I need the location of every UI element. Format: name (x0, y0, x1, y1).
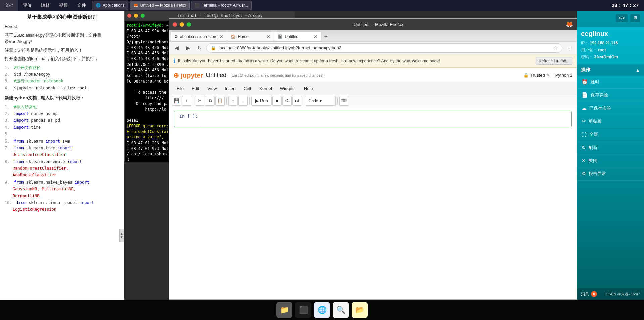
action-report-label: 报告异常 (589, 171, 606, 177)
step-4: 4. $jupyter-notebook --allow-root (5, 85, 119, 91)
jupyter-toolbar: 💾 + ✂ ⧉ 📋 ↑ ↓ ▶ Run ■ ↺ ⏭ Code ▾ ⌨ (169, 94, 577, 107)
move-down-btn[interactable]: ↓ (238, 96, 248, 106)
tab-home[interactable]: 🏠 Home ✕ (227, 31, 274, 41)
jupyter-menu-insert[interactable]: Insert (221, 85, 239, 92)
right-panel: </> 🖥 ecglinux IP： 192.168.21.116 用户名： r… (577, 11, 644, 300)
dock-terminal[interactable]: ⬛ (295, 302, 311, 318)
code-line-8: 8. from sklearn.ensemble import (5, 158, 119, 165)
bookmark-icon[interactable]: ☆ (553, 45, 558, 51)
firefox-label: Untitled — Mozilla Firefox (140, 3, 186, 8)
action-saved-experiments[interactable]: ☁ 已保存实验 (577, 102, 644, 115)
url-text: localhost:8888/notebooks/Untitled.ipynb?… (219, 45, 551, 50)
jupyter-cell[interactable]: In [ ]: (174, 111, 572, 127)
jupyter-menu-widgets[interactable]: Widgets (277, 85, 299, 92)
action-delay[interactable]: ⏰ 延时 (577, 76, 644, 89)
action-report-error[interactable]: ⚙ 报告异常 (577, 167, 644, 181)
action-save-label: 保存实验 (591, 92, 608, 98)
step-1: 1. #打开文件路径 (5, 64, 119, 71)
action-refresh[interactable]: ↻ 刷新 (577, 141, 644, 154)
menu-eval[interactable]: 评价 (18, 0, 36, 11)
code-line-5: 5. (5, 131, 119, 137)
restart-run-btn[interactable]: ⏭ (292, 96, 302, 106)
menu-icon[interactable]: ≡ (564, 43, 574, 53)
dock-files[interactable]: 📁 (276, 302, 292, 318)
jupyter-trusted-status[interactable]: 🔒 Trusted ✎ (523, 73, 550, 78)
jupyter-notebook-title[interactable]: Untitled (206, 72, 226, 79)
terminal-min-btn[interactable] (134, 14, 138, 18)
terminal-max-btn[interactable] (141, 14, 145, 18)
save-btn[interactable]: 💾 (172, 96, 181, 106)
run-btn[interactable]: ▶ Run (251, 96, 272, 106)
taskbar-bottom: 📁 ⬛ 🌐 🔍 📂 (0, 300, 644, 320)
tab-untitled[interactable]: 📓 Untitled ✕ (274, 31, 321, 41)
terminal-close-btn[interactable] (127, 14, 131, 18)
taskbar-app-applications[interactable]: 🌐 Applications (92, 1, 128, 10)
jupyter-menu-cell[interactable]: Cell (240, 85, 255, 92)
password-label: 密码： (581, 55, 593, 59)
trusted-lock-icon: 🔒 (523, 73, 529, 78)
code-line-9b: GaussianNB, MultinomialNB, (5, 186, 119, 192)
browser-max-btn[interactable] (187, 22, 191, 27)
action-clipboard[interactable]: ✂ 剪贴板 (577, 115, 644, 128)
back-button[interactable]: ◀ (172, 43, 181, 53)
menu-material[interactable]: 随材 (36, 0, 54, 11)
browser-min-btn[interactable] (180, 22, 184, 27)
dock-search[interactable]: 🔍 (333, 302, 349, 318)
monitor-icon-btn[interactable]: 🖥 (630, 14, 640, 22)
notification-badge[interactable]: 0 (591, 291, 597, 297)
add-cell-btn[interactable]: + (182, 96, 191, 106)
paste-btn[interactable]: 📋 (215, 96, 225, 106)
action-close-label: 关闭 (589, 158, 597, 164)
clock: 23：47：27 (606, 2, 644, 9)
move-up-btn[interactable]: ↑ (228, 96, 238, 106)
left-panel: 基于集成学习的心电图诊断识别 Forest。 基于ESBclassifier.p… (0, 11, 124, 300)
tab-session-close[interactable]: ✕ (219, 34, 223, 39)
browser-close-btn[interactable] (173, 22, 177, 27)
keyboard-btn[interactable]: ⌨ (339, 96, 349, 106)
menu-video[interactable]: 视频 (54, 0, 73, 11)
cut-btn[interactable]: ✂ (195, 96, 204, 106)
action-fullscreen[interactable]: ⛶ 全屏 (577, 128, 644, 141)
user-row: 用户名： root (581, 47, 640, 53)
action-close[interactable]: ✕ 关闭 (577, 154, 644, 167)
forward-button[interactable]: ▶ (183, 43, 193, 53)
cell-type-dropdown[interactable]: Code ▾ (306, 96, 336, 106)
username-display: ecglinux (577, 27, 644, 40)
tab-home-close[interactable]: ✕ (266, 34, 270, 39)
action-save-experiment[interactable]: 📄 保存实验 (577, 89, 644, 102)
taskbar-app-terminal[interactable]: ⬛ Terminal - root@i-6nw1f... (191, 1, 252, 10)
restart-btn[interactable]: ↺ (282, 96, 292, 106)
dock-browser[interactable]: 🌐 (314, 302, 330, 318)
jupyter-menu-kernel[interactable]: Kernel (256, 85, 275, 92)
code-icon-btn[interactable]: </> (616, 14, 628, 22)
tab-home-icon: 🏠 (231, 34, 236, 39)
copy-btn[interactable]: ⧉ (205, 96, 215, 106)
tab-new-btn[interactable]: + (321, 32, 330, 41)
save-experiment-icon: 📄 (582, 92, 588, 98)
refresh-button[interactable]: ↻ (195, 43, 204, 53)
tab-untitled-close[interactable]: ✕ (313, 34, 317, 39)
code-line-8b: RandomForestClassifier, (5, 165, 119, 172)
stop-btn[interactable]: ■ (272, 96, 282, 106)
tab-untitled-icon: 📓 (278, 34, 283, 39)
menu-file[interactable]: 文件 (73, 0, 91, 11)
jupyter-menu-view[interactable]: View (204, 85, 220, 92)
jupyter-menubar: File Edit View Insert Cell Kernel Widget… (169, 83, 577, 94)
operations-expand-icon[interactable]: ▲ (635, 67, 640, 73)
refresh-icon: ↻ (582, 145, 586, 151)
ip-label: IP： (581, 41, 589, 45)
refresh-firefox-btn[interactable]: Refresh Firefox... (536, 57, 572, 65)
cell-input[interactable] (201, 111, 571, 127)
code-line-7: 7. from sklearn.tree import (5, 145, 119, 151)
jupyter-menu-file[interactable]: File (173, 85, 187, 92)
app-icon: 🌐 (96, 3, 101, 8)
menu-doc[interactable]: 文档 (0, 0, 18, 11)
tab-session-restore[interactable]: ⚙ about:sessionrestore ✕ (171, 31, 227, 41)
taskbar-app-firefox[interactable]: 🦊 Untitled — Mozilla Firefox (130, 1, 190, 10)
jupyter-menu-edit[interactable]: Edit (188, 85, 202, 92)
url-bar[interactable]: 🔒 localhost:8888/notebooks/Untitled.ipyn… (206, 43, 562, 53)
code-line-7b: DecisionTreeClassifier (5, 151, 119, 158)
jupyter-menu-help[interactable]: Help (301, 85, 316, 92)
dock-folder[interactable]: 📂 (352, 302, 368, 318)
left-panel-scroll[interactable]: ▲▼ (119, 229, 124, 242)
